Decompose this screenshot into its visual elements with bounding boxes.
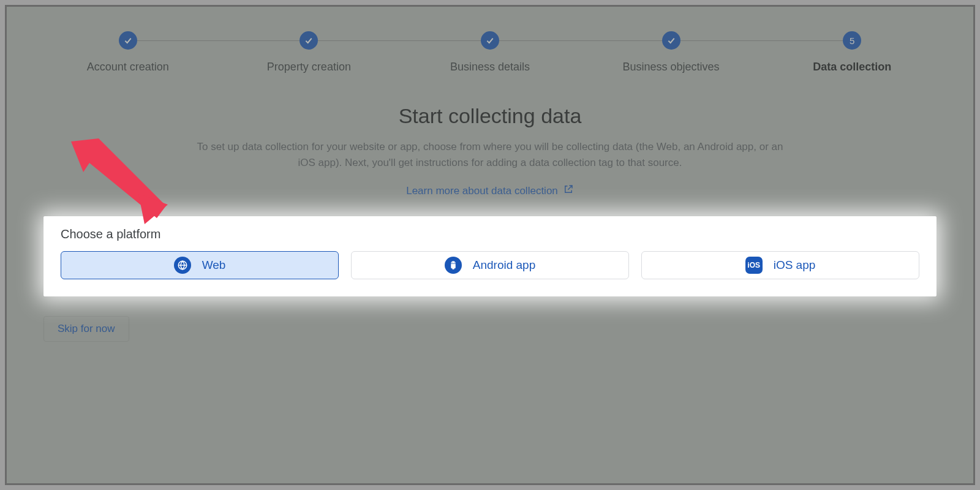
step-business-objectives[interactable]: Business objectives xyxy=(581,31,762,74)
footer-actions: Skip for now xyxy=(7,296,973,361)
platform-option-label: iOS app xyxy=(774,258,816,272)
step-label: Account creation xyxy=(87,61,169,74)
platform-option-label: Web xyxy=(202,258,226,272)
platform-options: Web Android app iOS iOS app xyxy=(61,251,919,279)
platform-title: Choose a platform xyxy=(61,227,919,241)
platform-option-web[interactable]: Web xyxy=(61,251,339,279)
svg-point-2 xyxy=(454,262,454,263)
step-label: Data collection xyxy=(813,61,891,74)
step-number-icon: 5 xyxy=(843,31,861,50)
check-icon xyxy=(481,31,499,50)
page-title: Start collecting data xyxy=(99,104,881,128)
step-business-details[interactable]: Business details xyxy=(399,31,581,74)
platform-option-android[interactable]: Android app xyxy=(351,251,629,279)
ios-icon: iOS xyxy=(745,257,763,274)
learn-more-link[interactable]: Learn more about data collection xyxy=(406,184,574,198)
globe-icon xyxy=(174,257,191,274)
learn-more-label: Learn more about data collection xyxy=(406,185,558,197)
page-frame: Account creation Property creation Busin… xyxy=(5,5,975,485)
step-label: Business objectives xyxy=(623,61,720,74)
step-account-creation[interactable]: Account creation xyxy=(37,31,219,74)
step-label: Property creation xyxy=(267,61,351,74)
step-data-collection[interactable]: 5 Data collection xyxy=(761,31,943,74)
platform-panel: Choose a platform Web xyxy=(43,216,937,296)
android-icon xyxy=(445,257,462,274)
skip-button[interactable]: Skip for now xyxy=(43,316,129,342)
external-link-icon xyxy=(563,184,574,198)
platform-option-ios[interactable]: iOS iOS app xyxy=(641,251,919,279)
check-icon xyxy=(300,31,318,50)
page-description: To set up data collection for your websi… xyxy=(196,139,784,170)
setup-stepper: Account creation Property creation Busin… xyxy=(7,7,973,74)
step-label: Business details xyxy=(450,61,530,74)
hero-section: Start collecting data To set up data col… xyxy=(7,74,973,216)
svg-point-1 xyxy=(451,262,452,263)
step-property-creation[interactable]: Property creation xyxy=(219,31,400,74)
check-icon xyxy=(119,31,137,50)
check-icon xyxy=(662,31,680,50)
platform-option-label: Android app xyxy=(473,258,535,272)
